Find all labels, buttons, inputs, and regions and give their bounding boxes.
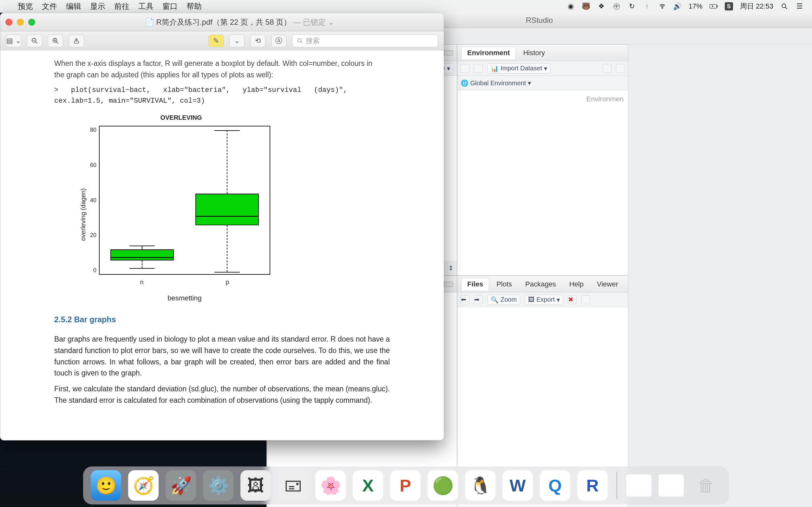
share-button[interactable] [69,35,84,47]
pdf-page[interactable]: When the x-axis displays a factor, R wil… [0,50,444,440]
dock-minwin-1[interactable] [626,474,652,497]
menubar-clock[interactable]: 周日 22:53 [740,2,773,11]
bear-icon[interactable]: 🐻 [582,2,590,10]
fan-icon[interactable]: ❖ [597,2,606,10]
menubar-help[interactable]: 帮助 [187,1,202,11]
menubar-window[interactable]: 窗口 [162,1,177,11]
markup-button[interactable]: Ⓐ [271,35,287,47]
save-ws-icon[interactable] [474,64,483,73]
spotlight-icon[interactable] [780,2,789,10]
zoom-out-button[interactable] [27,35,42,47]
sidebar-toggle-button[interactable]: ▤ ⌄ [6,35,21,47]
preview-titlebar[interactable]: 📄 R简介及练习.pdf（第 22 页，共 58 页） — 已锁定 ⌄ [0,13,444,32]
doc-intro-2: the graph can be adjusted (this applies … [54,69,390,81]
search-field[interactable]: 搜索 [292,35,438,47]
zoom-button[interactable]: 🔍 Zoom [487,295,520,305]
rotate-button[interactable]: ⟲ [250,35,265,47]
preview-toolbar: ▤ ⌄ ✎ ⌄ ⟲ Ⓐ 搜索 [0,32,444,50]
dock-qbrowser[interactable]: Q [540,470,570,501]
dock-minwin-2[interactable] [658,474,684,497]
dock-rstudio[interactable]: R [577,470,608,501]
minimize-button[interactable] [17,19,24,26]
rec-icon[interactable]: ◉ [567,2,575,10]
dock-launchpad[interactable]: 🚀 [165,470,196,501]
prev-plot-icon[interactable]: ⬅ [461,295,469,304]
svg-point-3 [782,4,786,8]
menubar-view[interactable]: 显示 [90,1,105,11]
dock-word[interactable]: W [502,470,533,501]
ime-icon[interactable]: ㊥ [612,2,621,10]
dock: 🙂 🧭 🚀 ⚙️ 🖼 🖃 🌸 X P 🟢 🐧 W Q R 🗑 [83,466,729,504]
dock-mail[interactable]: 🖃 [278,470,308,501]
env-scope-selector[interactable]: 🌐 Global Environment ▾ [461,79,531,87]
svg-line-9 [56,42,58,43]
import-dataset-button[interactable]: 📊 Import Dataset ▾ [487,63,551,73]
maximize-button[interactable] [28,19,35,26]
volume-icon[interactable]: 🔊 [673,2,681,10]
doc-intro-1: When the x-axis displays a factor, R wil… [54,58,390,69]
refresh-icon[interactable] [616,64,625,73]
dock-preview[interactable]: 🖼 [241,470,271,501]
tab-history[interactable]: History [517,47,551,59]
tab-packages[interactable]: Packages [519,278,562,291]
svg-rect-2 [717,5,717,7]
svg-line-4 [785,7,787,9]
pane-max-icon[interactable] [444,50,453,55]
close-button[interactable] [5,19,12,26]
tab-viewer[interactable]: Viewer [591,278,624,291]
bluetooth-icon[interactable]: ᚼ [643,2,651,10]
doc-code-block: > plot(survival~bact, xlab="bacteria", y… [54,85,390,107]
load-icon[interactable] [461,64,469,73]
menubar-file[interactable]: 文件 [42,1,57,11]
battery-icon[interactable] [710,2,718,10]
menubar-go[interactable]: 前往 [114,1,130,11]
clear-plots-icon[interactable] [581,295,590,304]
mac-menubar: 预览 文件 编辑 显示 前往 工具 窗口 帮助 ◉ 🐻 ❖ ㊥ ↻ ᚼ 🔊 17… [0,0,812,13]
highlight-button[interactable]: ✎ [208,35,223,47]
plot-xlabel: besmetting [99,293,270,303]
dock-excel[interactable]: X [353,470,383,501]
svg-point-13 [298,38,302,42]
dock-powerpoint[interactable]: P [390,470,420,501]
dock-photos[interactable]: 🌸 [315,470,346,501]
menu-icon[interactable]: ☰ [796,2,804,10]
plot-ylabel: overleving (dagen) [77,126,90,303]
svg-line-6 [36,42,38,43]
tab-help[interactable]: Help [563,278,590,291]
clear-icon[interactable] [603,64,612,73]
doc-para-2: First, we calculate the standard deviati… [54,383,390,406]
dock-settings[interactable]: ⚙️ [203,470,234,501]
menubar-app[interactable]: 预览 [18,1,33,11]
dock-safari[interactable]: 🧭 [128,470,159,501]
menubar-edit[interactable]: 编辑 [66,1,81,11]
plot-xticks: np [99,275,270,287]
svg-line-14 [301,42,303,43]
tab-files[interactable]: Files [461,278,489,291]
wifi-icon[interactable] [658,2,666,10]
dock-separator [617,471,617,499]
dock-qq[interactable]: 🐧 [465,470,496,501]
tab-plots[interactable]: Plots [490,278,518,291]
next-plot-icon[interactable]: ➡ [474,295,483,304]
menubar-tools[interactable]: 工具 [138,1,154,11]
pane-max-icon[interactable] [444,282,453,287]
dock-chrome[interactable]: 🟢 [427,470,458,501]
env-empty-label: Environmen [457,90,628,275]
plot-title: OVERLEVING [96,113,267,123]
export-button[interactable]: 🖼 Export ▾ [525,295,563,305]
tab-environment[interactable]: Environment [461,47,516,59]
preview-window: 📄 R简介及练习.pdf（第 22 页，共 58 页） — 已锁定 ⌄ ▤ ⌄ … [0,13,444,441]
remove-plot-icon[interactable]: ✖ [568,295,577,304]
svg-point-0 [662,8,663,8]
window-title: 📄 R简介及练习.pdf（第 22 页，共 58 页） — 已锁定 ⌄ [40,17,439,27]
dock-finder[interactable]: 🙂 [91,470,121,501]
sogou-icon[interactable]: S [725,2,733,10]
zoom-in-button[interactable] [48,35,63,47]
highlight-menu[interactable]: ⌄ [229,35,245,47]
timemachine-icon[interactable]: ↻ [628,2,636,10]
doc-para-1: Bar graphs are frequently used in biolog… [54,334,390,379]
plot-yticks: 806040200 [90,126,99,275]
battery-percentage: 17% [689,2,703,10]
dock-trash[interactable]: 🗑 [691,470,721,501]
rstudio-environment-pane: Environment History 📊 Import Dataset ▾ 🌐… [457,44,628,276]
